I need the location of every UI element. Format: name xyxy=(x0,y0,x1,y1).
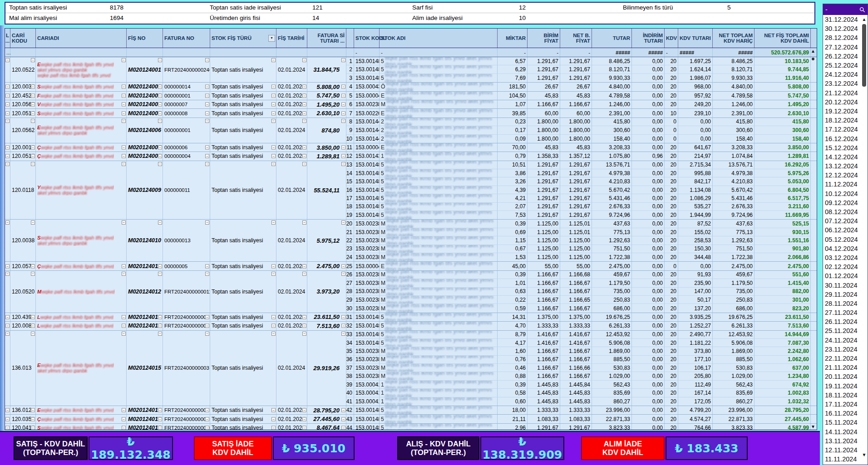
cell-net-fis-toplami[interactable]: 16.292,05 xyxy=(755,161,811,169)
cell-net-b-fiyat[interactable]: 1.166,65 xyxy=(560,296,592,304)
cell-miktar[interactable]: 0,63 xyxy=(498,288,528,296)
cell-birim-fiyat[interactable]: 1.291,67 xyxy=(528,177,560,186)
cell-miktar[interactable]: 14,31 xyxy=(498,313,528,321)
cell-stok-fis-turu[interactable]: Toptan satis irsaliyesi− xyxy=(210,424,276,430)
cell-net-fis-toplami[interactable]: 1.495,20 xyxy=(755,100,811,108)
filter-fatura_no[interactable] xyxy=(163,48,210,57)
cell-fatura-no[interactable]: 000000013− xyxy=(163,220,210,261)
cell-kdv[interactable]: 20 xyxy=(665,356,678,364)
cell-fis-tarihi[interactable]: 02.01.2024− xyxy=(276,406,307,414)
cell-row-number[interactable]: 4 xyxy=(346,83,354,91)
cell-indirim-tutari[interactable]: 0,00 xyxy=(632,372,665,380)
cell-net-fis-toplami[interactable]: 1.002,83 xyxy=(755,389,811,397)
cell-stok-kodu[interactable]: 153.00041 xyxy=(354,389,380,397)
cell-kdv-tutari[interactable]: 2.715,34 xyxy=(678,161,713,169)
cell-kdv-tutari[interactable]: 167,14 xyxy=(678,389,713,397)
cell-net-toplam[interactable]: 4.840,00 xyxy=(713,83,755,91)
scroll-up-icon[interactable]: ▲ xyxy=(861,17,867,22)
col-header-stok_fis_turu[interactable]: STOK FİŞ TÜRÜ▼ xyxy=(210,29,276,48)
collapse-button[interactable]: − xyxy=(5,264,10,268)
cell-net-b-fiyat[interactable]: 1.125,00 xyxy=(560,245,592,253)
cell-net-fis-toplami[interactable]: 882,00 xyxy=(755,288,811,296)
collapse-button[interactable]: − xyxy=(302,146,306,150)
collapse-button[interactable]: − xyxy=(302,154,306,158)
cell-indirim-tutari[interactable]: 0,00 xyxy=(632,271,665,279)
cell-stok-adi[interactable]: 5wqke pafl rtss lkmb fgah tlfs ynvd aket… xyxy=(380,424,498,430)
collapse-button[interactable]: − xyxy=(122,119,126,123)
collapse-button[interactable]: − xyxy=(271,426,276,430)
cell-indirim-tutari[interactable]: 0,00 xyxy=(632,279,665,287)
filter-net_fis_toplami[interactable]: 520.572.676,89 xyxy=(755,48,811,57)
cell-tutar[interactable]: 12.453,92 xyxy=(592,331,632,339)
cell-net-fis-toplami[interactable]: 1.289,81 xyxy=(755,152,811,160)
cell-fatura-tutari[interactable]: 3.850,00− xyxy=(307,143,346,152)
cell-miktar[interactable]: 181,50 xyxy=(498,83,528,91)
cell-birim-fiyat[interactable]: 1.333,33 xyxy=(528,322,560,330)
cell-net-fis-toplami[interactable]: 1.234,80 xyxy=(755,372,811,380)
cell-fatura-tutari[interactable]: 874,80− xyxy=(307,118,346,143)
collapse-button[interactable]: − xyxy=(122,272,126,276)
cell-miktar[interactable]: 4,70 xyxy=(498,322,528,330)
cell-row-number[interactable]: 18 xyxy=(346,203,354,211)
cell-miktar[interactable]: 0,69 xyxy=(498,228,528,236)
cell-net-b-fiyat[interactable]: 1.125,01 xyxy=(560,220,592,228)
collapse-button[interactable]: − xyxy=(271,332,276,336)
collapse-button[interactable]: − xyxy=(271,93,276,98)
cell-net-b-fiyat[interactable]: 1.375,00 xyxy=(560,313,592,321)
cell-fatura-tutari[interactable]: 28.795,20− xyxy=(307,406,346,414)
cell-net-b-fiyat[interactable]: 1.166,66 xyxy=(560,364,592,372)
cell-stok-adi[interactable]: 5wqke pafl rtss lkmb fgah tlfs ynvd aket… xyxy=(380,339,498,347)
cell-indirim-tutari[interactable]: 0,00 xyxy=(632,236,665,245)
cell-birim-fiyat[interactable]: 1.125,00 xyxy=(528,245,560,253)
collapse-button[interactable]: − xyxy=(122,332,126,336)
cell-miktar[interactable]: 0,88 xyxy=(498,372,528,380)
cell-cari-kodu[interactable]: 120.0520− xyxy=(10,271,36,313)
cell-tutar[interactable]: 158,40 xyxy=(592,135,632,143)
collapse-button[interactable]: − xyxy=(302,93,306,98)
collapse-button[interactable]: − xyxy=(302,111,306,115)
cell-miktar[interactable]: 1,07 xyxy=(498,100,528,108)
collapse-button[interactable]: − xyxy=(5,85,10,89)
col-header-no[interactable] xyxy=(346,29,354,48)
cell-indirim-tutari[interactable]: 0,00 xyxy=(632,381,665,389)
cell-net-fis-toplami[interactable]: 7.513,60 xyxy=(755,322,811,330)
cell-kdv[interactable]: 20 xyxy=(665,364,678,372)
filter-tutar[interactable]: ##### xyxy=(592,48,632,57)
cell-net-b-fiyat[interactable]: 1.445,84 xyxy=(560,381,592,389)
cell-net-b-fiyat[interactable]: 1.333,33 xyxy=(560,322,592,330)
cell-fis-tarihi[interactable]: 02.01.2024− xyxy=(276,331,307,406)
cell-fis-tarihi[interactable]: 02.01.2024− xyxy=(276,161,307,220)
cell-tutar[interactable]: 8.486,25 xyxy=(592,57,632,65)
cell-net-b-fiyat[interactable]: 1.291,67 xyxy=(560,203,592,211)
cell-net-b-fiyat[interactable]: 1.166,67 xyxy=(560,356,592,364)
cell-row-number[interactable]: 31 xyxy=(346,313,354,321)
collapse-button[interactable]: − xyxy=(158,408,162,412)
cell-group-indicator[interactable]: − xyxy=(5,109,10,117)
cell-cari-kodu[interactable]: 120.0567− xyxy=(10,100,36,108)
cell-net-toplam[interactable]: 860,27 xyxy=(713,397,755,406)
cell-kdv-tutari[interactable]: 4.799,20 xyxy=(678,406,713,414)
cell-fis-no[interactable]: M020124014− xyxy=(127,322,163,330)
cell-stok-kodu[interactable]: 153.00238 xyxy=(354,296,380,304)
cell-net-fis-toplami[interactable]: 1.062,60 xyxy=(755,356,811,364)
cell-fatura-no[interactable]: FRT202400000002− xyxy=(163,322,210,330)
collapse-button[interactable]: − xyxy=(31,93,35,98)
cell-fatura-tutari[interactable]: 2.475,00− xyxy=(307,262,346,270)
cell-fis-tarihi[interactable]: 02.01.2024− xyxy=(276,118,307,143)
col-header-cariadi[interactable]: CARIADI xyxy=(36,29,127,48)
scroll-down-icon[interactable]: ▼ xyxy=(861,452,867,457)
cell-net-b-fiyat[interactable]: 1.083,33 xyxy=(560,415,592,423)
cell-stok-adi[interactable]: Ewqke pafl rtss lkmb fgah tlfs ynvd aket… xyxy=(380,92,498,100)
cell-kdv-tutari[interactable]: 1.944,99 xyxy=(678,211,713,219)
collapse-button[interactable]: − xyxy=(5,58,10,62)
cell-birim-fiyat[interactable]: 1.166,67 xyxy=(528,271,560,279)
collapse-button[interactable]: − xyxy=(271,85,276,89)
cell-kdv-tutari[interactable]: 1.252,27 xyxy=(678,322,713,330)
cell-stok-fis-turu[interactable]: Toptan satis irsaliyesi− xyxy=(210,220,276,261)
cell-row-number[interactable]: 24 xyxy=(346,253,354,261)
col-header-net_toplam[interactable]: NET TOPLAMKDV HARİÇ xyxy=(713,29,755,48)
cell-row-number[interactable]: 44 xyxy=(346,424,354,430)
cell-miktar[interactable]: 0,67 xyxy=(498,245,528,253)
cell-fis-tarihi[interactable]: 02.01.2024− xyxy=(276,92,307,100)
filter-fis_no[interactable] xyxy=(127,48,163,57)
